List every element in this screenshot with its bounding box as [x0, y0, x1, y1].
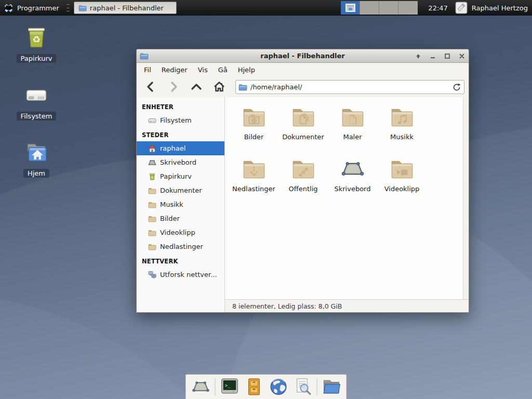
desktop-icon-home[interactable]: Hjem: [9, 139, 63, 178]
taskbar-window-button[interactable]: raphael - Filbehandler: [74, 2, 177, 14]
menubar: Fil Rediger Vis Gå Hjelp: [137, 63, 469, 76]
sidebar-item-label: Utforsk nettver...: [160, 271, 217, 278]
web-browser-launcher[interactable]: [268, 377, 289, 397]
trash-icon: [148, 172, 156, 181]
file-item-nedlastinger[interactable]: Nedlastinger: [229, 156, 278, 208]
workspace-switcher: [341, 1, 418, 15]
sidebar-item-label: Filsystem: [160, 116, 192, 124]
maximize-button[interactable]: [444, 52, 451, 60]
file-manager-launcher[interactable]: [321, 377, 342, 397]
file-item-label: Nedlastinger: [232, 185, 275, 193]
desktop-icon-label: Papirkurv: [17, 54, 57, 63]
taskbar-window-label: raphael - Filbehandler: [90, 4, 164, 12]
sidebar-header-network: NETTVERK: [137, 254, 224, 268]
applications-menu-button[interactable]: Programmer: [0, 0, 64, 16]
show-desktop-button[interactable]: [191, 377, 211, 397]
close-button[interactable]: [458, 52, 466, 60]
workspace-window-preview: [345, 4, 355, 12]
home-folder-icon: [23, 139, 49, 165]
home-button[interactable]: [209, 79, 229, 95]
terminal-launcher[interactable]: [219, 377, 240, 397]
menu-file[interactable]: Fil: [139, 64, 156, 75]
file-item-dokumenter[interactable]: Dokumenter: [278, 104, 328, 156]
statusbar-text: 8 ielementer, Ledig plass: 8,0 GiB: [232, 302, 342, 310]
menu-edit[interactable]: Rediger: [156, 64, 193, 75]
desktop-icon-filesystem[interactable]: Filsystem: [9, 82, 63, 121]
file-item-label: Dokumenter: [282, 133, 324, 141]
location-bar: [235, 80, 464, 94]
trash-icon: [23, 24, 49, 50]
path-input[interactable]: [235, 80, 464, 94]
desktop-icon-trash[interactable]: Papirkurv: [9, 24, 63, 63]
sidebar-item-label: Musikk: [160, 201, 183, 208]
file-item-skrivebord[interactable]: Skrivebord: [328, 156, 377, 208]
menu-view[interactable]: Vis: [193, 64, 213, 75]
statusbar: 8 ielementer, Ledig plass: 8,0 GiB: [225, 299, 469, 312]
file-item-label: Videoklipp: [384, 185, 420, 193]
file-item-label: Skrivebord: [334, 185, 370, 193]
file-item-videoklipp[interactable]: Videoklipp: [377, 156, 427, 208]
search-files-launcher[interactable]: [292, 377, 313, 397]
drive-icon: [148, 116, 156, 125]
folder-documents-icon: [290, 104, 316, 130]
folder-pictures-icon: [241, 104, 267, 130]
drive-icon: [23, 82, 49, 108]
minimize-button[interactable]: [429, 52, 436, 60]
back-button[interactable]: [141, 79, 161, 95]
sidebar-item-trash[interactable]: Papirkurv: [137, 169, 224, 183]
search-document-icon: [293, 377, 312, 396]
file-manager-window: raphael - Filbehandler Fil Rediger Vis G…: [136, 49, 469, 313]
home-icon: [148, 144, 156, 153]
file-icon-view[interactable]: Bilder Dokumenter: [225, 97, 469, 299]
user-menu-button[interactable]: Raphael Hertzog: [453, 0, 532, 16]
sidebar-item-videos[interactable]: Videoklipp: [137, 225, 224, 240]
workspace-2[interactable]: [360, 1, 379, 15]
menu-help[interactable]: Hjelp: [233, 64, 260, 75]
folder-icon: [148, 215, 156, 223]
file-item-musikk[interactable]: Musikk: [377, 104, 427, 156]
forward-button[interactable]: [164, 79, 183, 95]
sidebar-item-label: Videoklipp: [160, 229, 195, 236]
desktop-icon-label: Filsystem: [17, 112, 57, 121]
bottom-dock: [185, 374, 347, 399]
sidebar-item-browse-network[interactable]: Utforsk nettver...: [137, 268, 224, 282]
folder-public-icon: [290, 156, 316, 182]
file-item-bilder[interactable]: Bilder: [229, 104, 278, 156]
sidebar-item-label: Nedlastinger: [160, 243, 203, 250]
sidebar-item-documents[interactable]: Dokumenter: [137, 183, 224, 197]
titlebar[interactable]: raphael - Filbehandler: [137, 49, 469, 63]
workspace-3[interactable]: [379, 1, 398, 15]
reload-icon[interactable]: [452, 83, 461, 92]
user-icon: [455, 2, 468, 14]
workspace-1[interactable]: [341, 1, 360, 15]
network-icon: [148, 271, 156, 279]
folder-icon: [148, 187, 156, 195]
sidebar-item-pictures[interactable]: Bilder: [137, 211, 224, 225]
file-item-maler[interactable]: Maler: [328, 104, 377, 156]
panel-grip-handle[interactable]: [66, 4, 70, 11]
sidebar-item-music[interactable]: Musikk: [137, 197, 224, 211]
sidebar-header-places: STEDER: [137, 127, 224, 141]
folder-icon: [78, 4, 87, 12]
file-cabinet-launcher[interactable]: [244, 377, 264, 397]
folder-downloads-icon: [241, 156, 267, 182]
shade-button[interactable]: [415, 52, 422, 60]
desktop-icon: [148, 158, 156, 167]
up-button[interactable]: [187, 79, 206, 95]
sidebar-header-devices: ENHETER: [137, 99, 224, 113]
sidebar-item-filesystem[interactable]: Filsystem: [137, 113, 224, 127]
vertical-scrollbar[interactable]: [463, 97, 469, 299]
toolbar: [137, 76, 469, 97]
file-item-label: Offentlig: [289, 185, 318, 193]
file-item-label: Musikk: [390, 133, 414, 141]
file-item-offentlig[interactable]: Offentlig: [278, 156, 328, 208]
sidebar-item-desktop[interactable]: Skrivebord: [137, 155, 224, 169]
clock: 22:47: [428, 4, 447, 12]
sidebar-item-label: Papirkurv: [160, 172, 192, 180]
folder-templates-icon: [340, 104, 366, 130]
sidebar-item-raphael[interactable]: raphael: [137, 141, 224, 155]
menu-go[interactable]: Gå: [213, 64, 233, 75]
sidebar-item-downloads[interactable]: Nedlastinger: [137, 240, 224, 254]
file-item-label: Bilder: [244, 133, 264, 141]
workspace-4[interactable]: [398, 1, 418, 15]
